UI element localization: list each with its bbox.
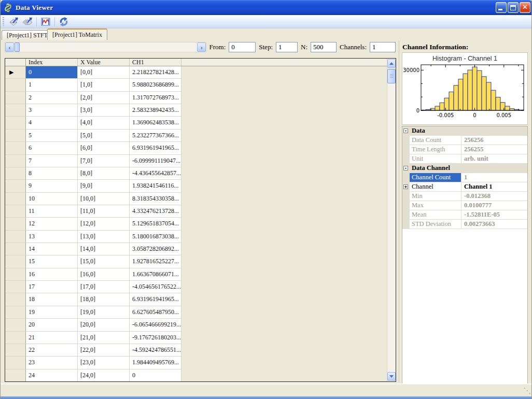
resize-grip[interactable]: ⋱ [523, 386, 531, 395]
expand-icon[interactable]: + [403, 184, 408, 189]
property-row[interactable]: Time Length256255 [402, 145, 527, 154]
property-row[interactable]: +ChannelChannel 1 [402, 182, 527, 192]
table-cell-index[interactable]: 14 [26, 243, 78, 255]
table-cell-ch1[interactable]: 4.332476213728... [130, 205, 181, 218]
table-cell-index[interactable]: 3 [26, 104, 78, 117]
table-cell-ch1[interactable]: 6.627605487950... [130, 306, 181, 319]
table-cell-index[interactable]: 24 [26, 369, 78, 381]
table-cell-index[interactable]: 4 [26, 117, 78, 129]
row-selector[interactable] [5, 218, 26, 230]
table-cell-index[interactable]: 21 [26, 332, 78, 344]
table-cell-xvalue[interactable]: [5,0] [78, 130, 130, 142]
tab-project1-stft[interactable]: [Project1] STFT [2, 30, 53, 40]
table-cell-index[interactable]: 7 [26, 155, 78, 167]
scroll-up-button[interactable] [387, 59, 396, 68]
table-cell-index[interactable]: 20 [26, 319, 78, 331]
table-cell-index[interactable]: 18 [26, 293, 78, 306]
property-value[interactable]: 256256 [461, 136, 527, 145]
table-cell-xvalue[interactable]: [8,0] [78, 167, 130, 180]
row-selector[interactable] [5, 167, 26, 180]
table-cell-ch1[interactable]: 6.931961941965... [130, 293, 181, 306]
row-selector[interactable] [5, 268, 26, 281]
row-selector[interactable] [5, 357, 26, 369]
table-cell-index[interactable]: 13 [26, 231, 78, 243]
table-cell-xvalue[interactable]: [17,0] [78, 281, 130, 293]
scroll-thumb[interactable] [15, 42, 20, 52]
row-selector[interactable] [5, 180, 26, 192]
table-cell-ch1[interactable]: 3.058728206892... [130, 243, 181, 255]
property-category[interactable]: -Data [402, 126, 527, 136]
property-label[interactable]: STD Deviation [410, 220, 461, 229]
property-row[interactable]: Channel Count1 [402, 173, 527, 182]
table-cell-xvalue[interactable]: [13,0] [78, 231, 130, 243]
table-cell-index[interactable]: 1 [26, 79, 78, 91]
export-all-data-button[interactable] [21, 16, 34, 27]
table-cell-ch1[interactable]: 5.129651837054... [130, 218, 181, 230]
row-selector[interactable] [5, 255, 26, 268]
tab-project1-tomatrix[interactable]: [Project1] ToMatrix [47, 28, 107, 40]
row-selector[interactable] [5, 155, 26, 167]
row-selector[interactable] [5, 130, 26, 142]
table-cell-ch1[interactable]: -4.436455642857... [130, 167, 181, 180]
row-selector[interactable] [5, 332, 26, 344]
property-value[interactable]: -0.012368 [461, 192, 527, 201]
property-row[interactable]: Data Count256256 [402, 136, 527, 145]
table-cell-xvalue[interactable]: [22,0] [78, 344, 130, 357]
table-cell-ch1[interactable]: -4.592424786551... [130, 344, 181, 357]
table-cell-ch1[interactable]: 6.931961941965... [130, 142, 181, 154]
record-scrollbar[interactable]: ‹ › [5, 42, 206, 52]
scroll-left-button[interactable]: ‹ [5, 42, 14, 52]
table-cell-ch1[interactable]: 8.318354330358... [130, 193, 181, 205]
table-cell-xvalue[interactable]: [23,0] [78, 357, 130, 369]
row-selector[interactable] [5, 193, 26, 205]
property-label[interactable]: Time Length [410, 145, 461, 154]
column-header-index[interactable]: Index [26, 59, 78, 66]
row-selector[interactable] [5, 104, 26, 117]
table-cell-xvalue[interactable]: [9,0] [78, 180, 130, 192]
table-cell-ch1[interactable]: -6.099991119047... [130, 155, 181, 167]
table-cell-index[interactable]: 22 [26, 344, 78, 357]
property-value[interactable]: 0.0100777 [461, 201, 527, 210]
table-cell-index[interactable]: 12 [26, 218, 78, 230]
table-cell-ch1[interactable]: 1.984409495769... [130, 357, 181, 369]
table-cell-xvalue[interactable]: [10,0] [78, 193, 130, 205]
table-cell-ch1[interactable]: 5.988023686899... [130, 79, 181, 91]
property-row[interactable]: Min-0.012368 [402, 192, 527, 201]
row-selector[interactable] [5, 319, 26, 331]
property-value[interactable]: 256255 [461, 145, 527, 154]
minimize-button[interactable] [496, 2, 507, 13]
table-cell-index[interactable]: 8 [26, 167, 78, 180]
row-selector[interactable] [5, 293, 26, 306]
table-cell-index[interactable]: 5 [26, 130, 78, 142]
property-label[interactable]: Min [410, 192, 461, 201]
table-cell-index[interactable]: 19 [26, 306, 78, 319]
row-selector[interactable] [5, 117, 26, 129]
table-cell-xvalue[interactable]: [4,0] [78, 117, 130, 129]
table-cell-ch1[interactable]: -6.065466699219... [130, 319, 181, 331]
table-cell-xvalue[interactable]: [16,0] [78, 268, 130, 281]
table-cell-ch1[interactable]: 1.938241546116... [130, 180, 181, 192]
property-label[interactable]: Unit [410, 154, 461, 164]
table-cell-ch1[interactable]: 5.180016873038... [130, 231, 181, 243]
close-button[interactable]: ✕ [520, 2, 530, 13]
n-input[interactable] [311, 42, 337, 52]
row-selector[interactable] [5, 243, 26, 255]
property-value[interactable]: arb. unit [461, 154, 527, 164]
property-label[interactable]: Channel Count [410, 173, 461, 182]
row-selector[interactable] [5, 281, 26, 293]
table-cell-index[interactable]: 11 [26, 205, 78, 218]
table-cell-ch1[interactable]: 1.317072768973... [130, 92, 181, 104]
property-value[interactable]: Channel 1 [461, 182, 527, 192]
property-row[interactable]: Max0.0100777 [402, 201, 527, 210]
toolbar-grip[interactable] [3, 17, 4, 26]
table-cell-index[interactable]: 9 [26, 180, 78, 192]
row-selector[interactable] [5, 92, 26, 104]
table-cell-xvalue[interactable]: [2,0] [78, 92, 130, 104]
table-cell-xvalue[interactable]: [24,0] [78, 369, 130, 381]
table-cell-xvalue[interactable]: [11,0] [78, 205, 130, 218]
table-cell-index[interactable]: 16 [26, 268, 78, 281]
property-value[interactable]: 1 [461, 173, 527, 182]
table-cell-ch1[interactable]: 1.663670866071... [130, 268, 181, 281]
table-vertical-scrollbar[interactable] [387, 59, 396, 381]
table-cell-xvalue[interactable]: [7,0] [78, 155, 130, 167]
